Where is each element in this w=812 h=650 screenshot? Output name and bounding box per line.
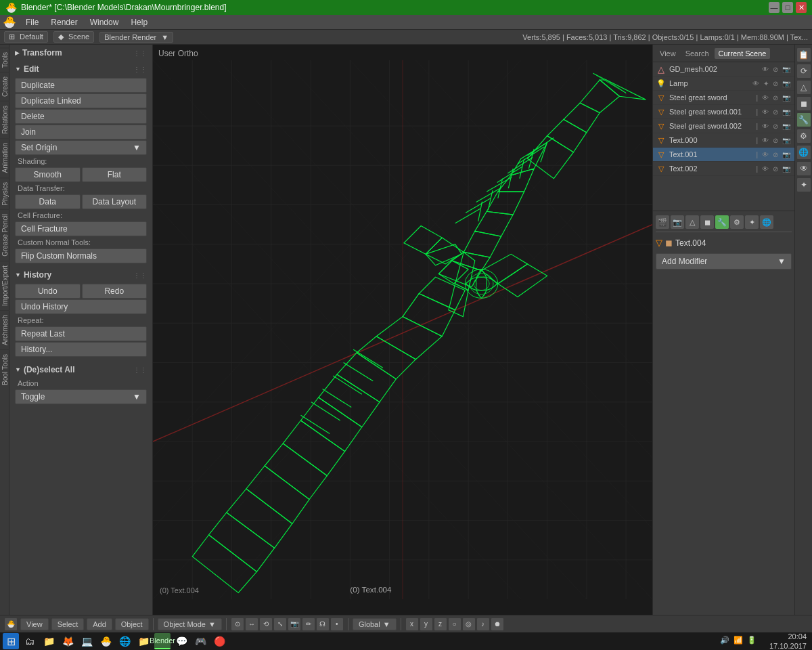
set-origin-dropdown[interactable]: Set Origin ▼: [15, 140, 147, 155]
menu-window[interactable]: Window: [85, 16, 125, 28]
lamp-vis[interactable]: 👁: [751, 79, 761, 88]
global-dropdown[interactable]: Global ▼: [353, 618, 397, 630]
bb-icon-camera[interactable]: 📷: [288, 618, 301, 631]
ri-icon-3[interactable]: ◼: [796, 96, 811, 111]
text000-vis[interactable]: 👁: [761, 136, 770, 145]
vtab-grease-pencil[interactable]: Grease Pencil: [0, 209, 9, 261]
prop-icon-object[interactable]: △: [685, 215, 699, 229]
ri-icon-6[interactable]: 🌐: [796, 145, 811, 160]
minimize-button[interactable]: —: [769, 2, 780, 13]
edit-header[interactable]: ▼ Edit ⋮⋮: [12, 62, 150, 76]
sword-render[interactable]: 📷: [781, 93, 792, 102]
sword002-render[interactable]: 📷: [781, 122, 792, 131]
bb-icon-prop1[interactable]: ○: [448, 618, 461, 631]
text000-ctrl1[interactable]: |: [754, 136, 759, 145]
bb-icon-rotate[interactable]: ⟲: [259, 618, 273, 631]
taskbar-icon-9[interactable]: 🎮: [192, 633, 208, 649]
vtab-create[interactable]: Create: [0, 72, 9, 101]
prop-icon-material[interactable]: 🔧: [715, 215, 729, 229]
bb-icon-pencil[interactable]: ✏: [302, 618, 315, 631]
flat-button[interactable]: Flat: [82, 167, 148, 182]
gdmesh-lock[interactable]: ⊘: [771, 65, 780, 74]
outliner-search-tab[interactable]: Search: [681, 48, 713, 59]
taskbar-icon-2[interactable]: 📁: [41, 633, 57, 649]
text000-lock[interactable]: ⊘: [771, 136, 780, 145]
bb-icon-z[interactable]: z: [434, 618, 447, 631]
repeat-last-button[interactable]: Repeat Last: [15, 326, 147, 341]
prop-icon-texture[interactable]: ⚙: [730, 215, 744, 229]
ri-icon-4[interactable]: 🔧: [796, 112, 811, 127]
sword001-render[interactable]: 📷: [781, 108, 792, 116]
text001-lock[interactable]: ⊘: [771, 150, 780, 159]
render-engine-selector[interactable]: Blender Render ▼: [99, 32, 173, 43]
bb-icon-y[interactable]: y: [420, 618, 433, 631]
taskbar-icon-8[interactable]: 💬: [173, 633, 189, 649]
data-layout-button[interactable]: Data Layout: [82, 194, 148, 209]
sword-vis[interactable]: |: [754, 93, 759, 102]
ri-icon-5[interactable]: ⚙: [796, 129, 811, 144]
duplicate-button[interactable]: Duplicate: [15, 78, 147, 93]
ri-icon-2[interactable]: △: [796, 80, 811, 95]
prop-icon-mesh[interactable]: ◼: [700, 215, 714, 229]
taskbar-blender-active[interactable]: Blender: [154, 633, 171, 649]
menu-file[interactable]: File: [20, 16, 44, 28]
cell-fracture-button[interactable]: Cell Fracture: [15, 221, 147, 236]
outliner-view-tab[interactable]: View: [656, 48, 680, 59]
duplicate-linked-button[interactable]: Duplicate Linked: [15, 93, 147, 108]
windows-icon[interactable]: ⊞: [3, 633, 19, 649]
transform-header[interactable]: ▶ Transform ⋮⋮: [12, 46, 150, 60]
prop-icon-render[interactable]: 📷: [671, 215, 684, 229]
bb-icon-record[interactable]: ⏺: [491, 618, 504, 631]
sword002-vis[interactable]: |: [754, 122, 759, 131]
outliner-item-text001[interactable]: ▽ Text.001 | 👁 ⊘ 📷: [653, 148, 794, 162]
vtab-import-export[interactable]: Import/Export: [0, 261, 9, 310]
outliner-item-gdmesh[interactable]: △ GD_mesh.002 👁 ⊘ 📷: [653, 62, 794, 77]
sword002-lock[interactable]: ⊘: [771, 122, 780, 131]
text001-vis[interactable]: 👁: [761, 150, 770, 159]
toggle-dropdown[interactable]: Toggle ▼: [15, 389, 147, 404]
gdmesh-render[interactable]: 📷: [781, 65, 792, 74]
taskbar-icon-4[interactable]: 💻: [78, 633, 95, 649]
outliner-item-sword002[interactable]: ▽ Steel great sword.002 | 👁 ⊘ 📷: [653, 119, 794, 133]
history-dots-button[interactable]: History...: [15, 342, 147, 357]
prop-icon-particles[interactable]: ✦: [745, 215, 759, 229]
ri-icon-1[interactable]: ⟳: [796, 64, 811, 79]
close-button[interactable]: ✕: [796, 2, 807, 13]
outliner-item-lamp[interactable]: 💡 Lamp 👁 ✦ ⊘ 📷: [653, 77, 794, 91]
notif-network[interactable]: 📶: [732, 634, 744, 646]
titlebar-controls[interactable]: — □ ✕: [769, 2, 807, 13]
undo-history-button[interactable]: Undo History: [15, 299, 147, 314]
text001-render[interactable]: 📷: [781, 150, 792, 159]
taskbar-icon-6[interactable]: 🌐: [116, 633, 133, 649]
taskbar-icon-3[interactable]: 🦊: [60, 633, 76, 649]
delete-button[interactable]: Delete: [15, 109, 147, 124]
view-menu[interactable]: View: [20, 618, 49, 630]
vtab-tools[interactable]: Tools: [0, 47, 9, 72]
ri-icon-0[interactable]: 📋: [796, 47, 811, 62]
bb-icon-prop2[interactable]: ◎: [462, 618, 476, 631]
bb-icon-x[interactable]: x: [405, 618, 419, 631]
sword-vis2[interactable]: 👁: [761, 93, 770, 102]
outliner-item-text002[interactable]: ▽ Text.002 | 👁 ⊘ 📷: [653, 162, 794, 176]
vtab-relations[interactable]: Relations: [0, 101, 9, 138]
sword001-lock[interactable]: ⊘: [771, 108, 780, 116]
text001-ctrl1[interactable]: |: [754, 150, 759, 159]
add-modifier-button[interactable]: Add Modifier ▼: [656, 253, 792, 269]
sword-lock[interactable]: ⊘: [771, 93, 780, 102]
taskbar-icon-5[interactable]: 🐣: [97, 633, 114, 649]
sword001-vis[interactable]: |: [754, 108, 759, 116]
bb-icon-vert[interactable]: •: [330, 618, 344, 631]
outliner-scene-tab[interactable]: Current Scene: [715, 48, 771, 59]
add-menu[interactable]: Add: [87, 618, 112, 630]
lamp-render[interactable]: 📷: [781, 79, 792, 88]
notif-battery[interactable]: 🔋: [746, 634, 758, 646]
vtab-bool-tools[interactable]: Bool Tools: [0, 349, 9, 389]
viewport[interactable]: User Ortho: [153, 45, 652, 615]
deselect-header[interactable]: ▼ (De)select All ⋮⋮: [12, 363, 150, 376]
object-menu[interactable]: Object: [115, 618, 149, 630]
flip-custom-normals-button[interactable]: Flip Custom Normals: [15, 248, 147, 263]
vtab-physics[interactable]: Physics: [0, 177, 9, 209]
text000-render[interactable]: 📷: [781, 136, 792, 145]
outliner-item-sword[interactable]: ▽ Steel great sword | 👁 ⊘ 📷: [653, 91, 794, 105]
bb-icon-persp[interactable]: ⊙: [231, 618, 244, 631]
